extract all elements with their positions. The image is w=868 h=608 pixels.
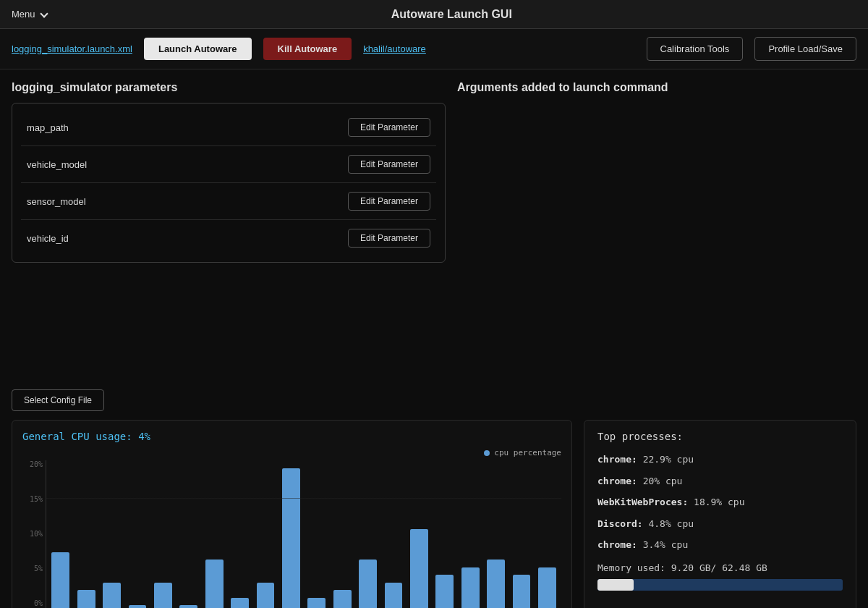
edit-parameter-button[interactable]: Edit Parameter — [348, 192, 430, 211]
bar — [513, 575, 531, 608]
process-value: 18.9% cpu — [694, 497, 744, 507]
param-name: map_path — [27, 122, 69, 133]
legend-dot — [484, 450, 490, 456]
bar — [154, 583, 172, 608]
cpu-panel: General CPU usage: 4% cpu percentage 20%… — [12, 420, 572, 608]
calibration-tools-button[interactable]: Calibration Tools — [647, 37, 744, 61]
bar-group — [380, 460, 406, 608]
bottom-panels: General CPU usage: 4% cpu percentage 20%… — [0, 420, 868, 608]
bar — [359, 560, 377, 608]
edit-parameter-button[interactable]: Edit Parameter — [348, 155, 430, 174]
bar — [461, 567, 480, 608]
process-name: Discord: — [597, 518, 648, 529]
menu-button[interactable]: Menu — [12, 9, 47, 20]
chart-area: 20%15%10%5%0% 01234567891011121314151617… — [22, 460, 561, 608]
bar — [487, 560, 505, 608]
bar — [282, 468, 300, 608]
table-row: vehicle_idEdit Parameter — [21, 220, 436, 256]
bar — [435, 575, 454, 608]
list-item: chrome: 20% cpu — [597, 474, 843, 489]
param-name: vehicle_model — [27, 159, 87, 170]
bar-group — [329, 460, 354, 608]
y-label: 20% — [22, 460, 43, 468]
table-row: map_pathEdit Parameter — [21, 109, 436, 146]
param-name: vehicle_id — [27, 233, 69, 244]
bar-group — [458, 460, 483, 608]
list-item: WebKitWebProces: 18.9% cpu — [597, 495, 843, 510]
bar-group — [227, 460, 252, 608]
process-list: chrome: 22.9% cpuchrome: 20% cpuWebKitWe… — [597, 452, 843, 552]
memory-label: Memory used: 9.20 GB/ 62.48 GB — [597, 562, 843, 573]
profile-load-save-button[interactable]: Profile Load/Save — [754, 37, 856, 61]
bar-group — [124, 460, 150, 608]
menu-label: Menu — [12, 9, 35, 20]
chart-inner: 012345678910111213141516171819 — [46, 460, 561, 608]
process-name: chrome: — [597, 539, 643, 550]
launch-file-link[interactable]: logging_simulator.launch.xml — [12, 43, 132, 54]
memory-bar-bg — [597, 579, 843, 591]
process-name: chrome: — [597, 476, 643, 486]
chart-legend: cpu percentage — [22, 448, 561, 457]
bar-group — [355, 460, 380, 608]
cpu-title: General CPU usage: 4% — [22, 431, 561, 442]
config-row: Select Config File — [0, 384, 868, 420]
param-name: sensor_model — [27, 196, 86, 207]
bar — [231, 598, 249, 608]
bar — [538, 567, 556, 608]
bar — [205, 560, 224, 608]
y-axis: 20%15%10%5%0% — [22, 460, 46, 608]
processes-title: Top processes: — [597, 431, 843, 442]
bar — [385, 583, 403, 608]
y-label: 5% — [22, 565, 43, 573]
bar-group — [73, 460, 98, 608]
y-label: 15% — [22, 495, 43, 503]
bar-group — [535, 460, 560, 608]
launch-autoware-button[interactable]: Launch Autoware — [144, 38, 252, 60]
y-label: 10% — [22, 530, 43, 538]
bar — [129, 605, 147, 608]
table-row: sensor_modelEdit Parameter — [21, 183, 436, 220]
processes-panel: Top processes: chrome: 22.9% cpuchrome: … — [584, 420, 856, 608]
args-section: Arguments added to launch command — [457, 81, 856, 372]
bar-group — [48, 460, 73, 608]
select-config-button[interactable]: Select Config File — [12, 389, 104, 411]
list-item: chrome: 3.4% cpu — [597, 538, 843, 552]
y-label: 0% — [22, 599, 43, 607]
bar-group — [304, 460, 329, 608]
params-title: logging_simulator parameters — [12, 81, 446, 94]
bar-group — [252, 460, 278, 608]
params-section: logging_simulator parameters map_pathEdi… — [12, 81, 446, 372]
bar-group — [201, 460, 226, 608]
bars-container — [46, 460, 561, 608]
toolbar: logging_simulator.launch.xml Launch Auto… — [0, 29, 868, 69]
memory-section: Memory used: 9.20 GB/ 62.48 GB — [597, 562, 843, 591]
args-title: Arguments added to launch command — [457, 81, 856, 94]
legend-label: cpu percentage — [494, 448, 561, 457]
process-value: 22.9% cpu — [643, 454, 694, 465]
edit-parameter-button[interactable]: Edit Parameter — [348, 229, 430, 248]
memory-bar-fill — [597, 579, 634, 591]
bar — [257, 583, 275, 608]
repo-link[interactable]: khalil/autoware — [363, 43, 426, 54]
process-name: WebKitWebProces: — [597, 497, 694, 507]
main-content: logging_simulator parameters map_pathEdi… — [0, 69, 868, 384]
bar — [333, 590, 352, 608]
bar-group — [176, 460, 201, 608]
bar-group — [407, 460, 432, 608]
edit-parameter-button[interactable]: Edit Parameter — [348, 118, 430, 137]
list-item: chrome: 22.9% cpu — [597, 452, 843, 467]
process-value: 3.4% cpu — [643, 539, 689, 550]
kill-autoware-button[interactable]: Kill Autoware — [263, 38, 352, 60]
process-value: 20% cpu — [643, 476, 683, 486]
bar-group — [509, 460, 534, 608]
bar-group — [483, 460, 509, 608]
list-item: Discord: 4.8% cpu — [597, 517, 843, 531]
bar — [51, 552, 69, 608]
bar-group — [278, 460, 304, 608]
bar-group — [99, 460, 124, 608]
app-title: Autoware Launch GUI — [47, 8, 856, 21]
bar — [307, 598, 326, 608]
bar — [179, 605, 197, 608]
bar — [103, 583, 121, 608]
bar — [410, 529, 428, 608]
